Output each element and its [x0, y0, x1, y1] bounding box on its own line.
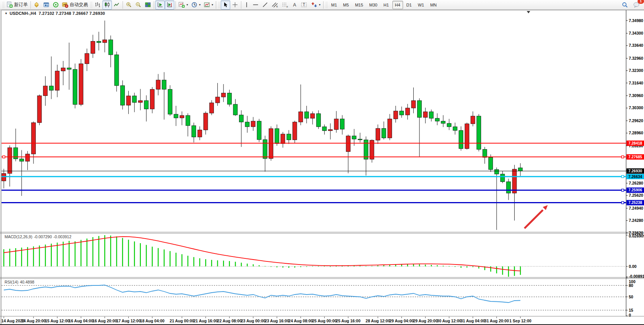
vertical-line-icon — [244, 2, 249, 8]
channel-button[interactable]: E — [270, 0, 280, 10]
candle — [97, 41, 101, 43]
candle — [198, 130, 202, 137]
text-button[interactable]: A — [290, 0, 299, 10]
tab-timeframe-w1[interactable]: W1 — [415, 1, 427, 9]
macd-main-value: -0.007290 — [34, 234, 52, 239]
notification-badge: 1 — [638, 0, 644, 4]
macd-label: MACD(12,26,9) — [5, 234, 32, 239]
candle — [257, 121, 261, 140]
candle — [67, 68, 71, 69]
hline-handle[interactable] — [622, 175, 624, 178]
tab-timeframe-h1[interactable]: H1 — [381, 1, 391, 9]
new-order-button[interactable]: 新订单 — [5, 0, 29, 10]
candle — [150, 89, 155, 109]
candle — [334, 119, 338, 129]
rsi-label: RSI(14) — [5, 280, 18, 284]
data-window-button[interactable] — [41, 0, 51, 10]
candle — [210, 103, 214, 113]
crosshair-button[interactable] — [230, 0, 240, 10]
candle — [19, 159, 24, 161]
tab-timeframe-m30[interactable]: M30 — [367, 1, 380, 9]
signals-button[interactable] — [51, 0, 61, 10]
periods-button[interactable]: ▾ — [190, 0, 202, 10]
bar-chart-button[interactable] — [93, 0, 102, 10]
svg-text:F: F — [287, 6, 288, 8]
line-chart-button[interactable] — [112, 0, 121, 10]
bar-chart-icon — [94, 2, 101, 8]
toolbar-grip[interactable] — [2, 2, 4, 8]
autotrade-button[interactable]: 自动交易 — [61, 0, 89, 10]
arrows-button[interactable]: ▾ — [309, 0, 322, 10]
date-label: 18 Aug 04:00 — [140, 319, 165, 323]
candle — [364, 140, 368, 159]
candle — [453, 127, 457, 131]
chart-shift-button[interactable] — [165, 0, 174, 10]
tab-timeframe-h4[interactable]: H4 — [392, 1, 403, 9]
arrow-annotation-head[interactable] — [543, 205, 548, 210]
toolbar-grip[interactable] — [325, 2, 327, 8]
templates-button[interactable]: ▾ — [202, 0, 215, 10]
toolbar-grip[interactable] — [90, 2, 92, 8]
trendline-button[interactable] — [260, 0, 270, 10]
price-tag-label: 7.28418 — [628, 141, 642, 145]
candle — [37, 96, 41, 123]
candle — [388, 119, 392, 138]
candle — [245, 122, 249, 127]
horizontal-line-button[interactable] — [251, 0, 260, 10]
tile-windows-button[interactable] — [143, 0, 153, 10]
auto-scroll-button[interactable] — [155, 0, 165, 10]
hline-handle[interactable] — [622, 156, 624, 158]
macd-signal-value: -0.003912 — [53, 234, 71, 239]
zoom-in-button[interactable] — [124, 0, 134, 10]
tab-timeframe-m15[interactable]: M15 — [352, 1, 366, 9]
toolbar-separator — [154, 1, 154, 9]
market-watch-button[interactable] — [32, 0, 41, 10]
toolbar-separator — [323, 1, 324, 9]
candle — [79, 64, 83, 104]
indicators-button[interactable]: ▾ — [177, 0, 190, 10]
rsi-tick-label: 15 — [629, 308, 633, 312]
rsi-line — [4, 285, 520, 303]
tab-timeframe-m1[interactable]: M1 — [328, 1, 340, 9]
notifications-button[interactable]: 1 — [631, 0, 642, 10]
chart-canvas[interactable]: 7.349807.343007.336407.329607.323007.316… — [0, 0, 644, 325]
candle — [507, 182, 511, 193]
arrow-annotation[interactable] — [524, 210, 543, 228]
tab-timeframe-mn[interactable]: MN — [427, 1, 439, 9]
candlestick-chart-icon — [104, 2, 110, 8]
hline-handle[interactable] — [3, 156, 5, 158]
chart-shift-marker[interactable] — [527, 11, 530, 13]
price-tag-label: 7.26634 — [628, 175, 642, 179]
templates-icon — [204, 2, 210, 8]
fibonacci-button[interactable]: F — [280, 0, 290, 10]
zoom-out-button[interactable] — [134, 0, 143, 10]
toolbar-grip[interactable] — [218, 2, 220, 8]
tab-timeframe-d1[interactable]: D1 — [404, 1, 414, 9]
candle — [328, 129, 333, 131]
zoom-in-icon — [126, 2, 132, 8]
date-label: 21 Aug 00:00 — [170, 319, 194, 323]
date-label: 31 Aug 04:00 — [461, 319, 485, 323]
hline-handle[interactable] — [622, 189, 624, 191]
candle — [251, 121, 255, 127]
vertical-line-button[interactable] — [242, 0, 251, 10]
candle — [459, 131, 463, 149]
price-tick-label: 7.30960 — [629, 93, 643, 98]
candle — [435, 118, 439, 121]
candlestick-chart-button[interactable] — [102, 0, 112, 10]
candle — [61, 68, 65, 71]
date-label: 29 Aug 04:00 — [389, 319, 414, 323]
hline-handle[interactable] — [622, 202, 624, 204]
date-label: 21 Aug 16:00 — [193, 319, 218, 323]
text-label-button[interactable]: T — [299, 0, 309, 10]
date-label: 29 Aug 20:00 — [413, 319, 438, 323]
search-button[interactable] — [620, 0, 630, 10]
crosshair-icon — [232, 2, 238, 8]
cursor-button[interactable] — [221, 0, 230, 10]
candle — [26, 154, 30, 161]
candle — [174, 114, 178, 118]
candle — [376, 128, 380, 140]
candle — [144, 100, 148, 109]
cursor-icon — [222, 2, 229, 8]
tab-timeframe-m5[interactable]: M5 — [340, 1, 351, 9]
